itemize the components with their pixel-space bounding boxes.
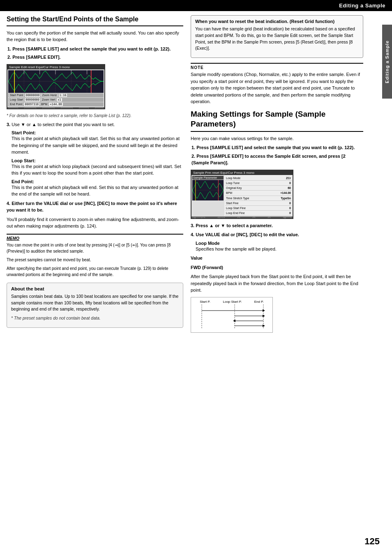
- waveform-area: [8, 70, 104, 93]
- memo-line-2: After specifying the start point and end…: [7, 265, 183, 278]
- param-row-6: Loop Start Fine 0: [225, 206, 292, 211]
- step2-2: 2. Press [SAMPLE EDIT] to access the Sam…: [191, 153, 363, 166]
- memo-label: MEMO: [7, 236, 183, 241]
- bullet-loop-start: Loop Start: This is the point at which l…: [7, 158, 183, 177]
- screen-body: Start Point 00000000 Zoom Horiz 1:16 Loo…: [7, 69, 104, 107]
- bullet-loop-mode: Loop Mode Specifies how the sample will …: [191, 241, 363, 253]
- param-row-3: BPM =144.00: [225, 191, 292, 196]
- screen-bottom-bar: Undo Sample Sample Normal Zoom Prev: [7, 107, 104, 109]
- param-row-5: Start Fine 0: [225, 201, 292, 206]
- left-intro: You can specify the portion of the sampl…: [7, 30, 183, 43]
- steps-list: 1. Press [SAMPLE LIST] and select the sa…: [7, 46, 183, 61]
- step4-right-text: 4. Use VALUE dial or [INC], [DEC] to edi…: [191, 231, 363, 238]
- svg-marker-23: [263, 315, 265, 317]
- param-row-4: Time Stretch Type TypeSn: [225, 196, 292, 201]
- highlight-box-text: You can have the sample grid (beat indic…: [195, 26, 359, 52]
- step-2: 2. Press [SAMPLE EDIT].: [7, 54, 183, 61]
- param-rows: Loop Mode ZCr Loop Tune 0 Original Key 6…: [225, 176, 292, 216]
- svg-marker-27: [263, 325, 265, 327]
- highlight-box: When you want to reset the beat indicati…: [191, 15, 363, 58]
- loop-diagram-start-label: Start P.: [200, 300, 210, 304]
- page-container: Editing a Sample Editing a Sample Settin…: [0, 0, 392, 555]
- waveform-svg: [8, 70, 104, 93]
- param-right: Loop Mode ZCr Loop Tune 0 Original Key 6…: [224, 175, 293, 217]
- about-box-text: Samples contain beat data. Up to 100 bea…: [11, 293, 179, 313]
- note-text: Sample modify operations (Chop, Normaliz…: [191, 71, 363, 105]
- step-3-text: 3. Use ▼ or ▲ to select the point that y…: [7, 121, 183, 128]
- screen-title-bar: Sample Edit reset Equi/Cur Press 3 mono: [7, 65, 104, 69]
- about-beat-box: About the beat Samples contain beat data…: [7, 283, 183, 328]
- step-4-detail: You'll probably find it convenient to zo…: [7, 216, 183, 230]
- step2-1: 1. Press [SAMPLE LIST] and select the sa…: [191, 144, 363, 151]
- bullet-start-point: Start Point: This is the point at which …: [7, 130, 183, 156]
- note-box: NOTE Sample modify operations (Chop, Nor…: [191, 63, 363, 105]
- screen-param-mockup: Sample Prm reset Equi/Cur Press 3 mono S…: [191, 170, 293, 219]
- memo-line-0: You can move the point in units of one b…: [7, 242, 183, 254]
- loop-diagram-end-label: End P.: [254, 300, 264, 304]
- step-1: 1. Press [SAMPLE LIST] and select the sa…: [7, 46, 183, 53]
- step3-right-text: 3. Press ▲ or ▼ to select a parameter.: [191, 222, 363, 229]
- memo-box: MEMO You can move the point in units of …: [7, 234, 183, 278]
- header-title: Editing a Sample: [339, 2, 385, 9]
- sidebar-label: Editing a Sample: [385, 40, 390, 83]
- param-left: Sample Parameter: [191, 175, 224, 217]
- param-row-2: Original Key 60: [225, 186, 292, 191]
- param-waveform: [192, 180, 224, 200]
- left-section-title: Setting the Start/End Points of the Samp…: [7, 15, 183, 26]
- param-inner: Sample Parameter: [191, 175, 293, 217]
- loop-diagram: Start P. Loop Start P. End P.: [191, 297, 273, 333]
- step-4-text: 4. Either turn the VALUE dial or use [IN…: [7, 200, 183, 214]
- vertical-sidebar: Editing a Sample: [382, 25, 392, 99]
- memo-line-1: The preset samples cannot be moved by be…: [7, 257, 183, 263]
- param-row-1: Loop Tune 0: [225, 181, 292, 186]
- param-title-bar: Sample Prm reset Equi/Cur Press 3 mono: [191, 170, 293, 175]
- header-bar: Editing a Sample: [0, 0, 392, 11]
- about-box-title: About the beat: [11, 286, 179, 291]
- bullet-end-point: End Point: This is the point at which pl…: [7, 179, 183, 198]
- svg-marker-25: [233, 320, 235, 322]
- section2-intro: Here you can make various settings for t…: [191, 135, 363, 142]
- loop-diagram-loop-start-label: Loop Start P.: [223, 300, 242, 304]
- page-number: 125: [364, 536, 380, 547]
- fwd-text: After the Sample played back from the St…: [191, 273, 363, 294]
- svg-marker-21: [263, 309, 265, 312]
- left-column: Setting the Start/End Points of the Samp…: [7, 15, 183, 333]
- param-row-0: Loop Mode ZCr: [225, 176, 292, 181]
- screen-caption: * For details on how to select a sample,…: [7, 113, 183, 119]
- section2-title: Making Settings for Sample (Sample Param…: [191, 109, 363, 132]
- fwd-title: FWD (Forward): [191, 264, 363, 271]
- main-content: Setting the Start/End Points of the Samp…: [0, 11, 392, 337]
- param-row-7: Loop End Fine 0: [225, 211, 292, 216]
- right-column: When you want to reset the beat indicati…: [191, 15, 363, 333]
- note-label: NOTE: [191, 65, 363, 70]
- screen-mockup-edit: Sample Edit reset Equi/Cur Press 3 mono: [7, 64, 105, 109]
- highlight-box-title: When you want to reset the beat indicati…: [195, 19, 359, 24]
- param-bottom: Sample List Prev: [191, 216, 293, 219]
- steps2-list: 1. Press [SAMPLE LIST] and select the sa…: [191, 144, 363, 166]
- value-label: Value: [191, 255, 363, 262]
- about-box-caption: * The preset samples do not contain beat…: [11, 315, 179, 322]
- loop-diagram-svg: [194, 304, 272, 329]
